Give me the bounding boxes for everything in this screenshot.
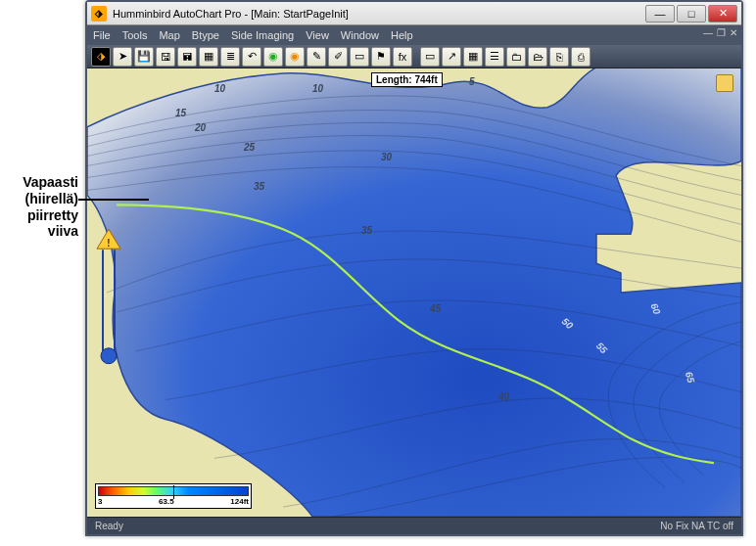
depth-label: 35	[254, 181, 264, 192]
length-readout: Length: 744ft	[371, 72, 443, 87]
toolbar-flag-green-icon[interactable]: ◉	[263, 47, 283, 67]
menu-map[interactable]: Map	[159, 29, 179, 41]
menu-btype[interactable]: Btype	[192, 29, 219, 41]
legend-min: 3	[98, 497, 102, 506]
toolbar-flag-icon[interactable]: ⚑	[371, 47, 391, 67]
status-left: Ready	[95, 521, 123, 531]
titlebar[interactable]: ⬗ Humminbird AutoChart Pro - [Main: Star…	[87, 2, 741, 25]
legend-mid: 63.5	[159, 497, 174, 506]
toolbar-undo-icon[interactable]: ↶	[242, 47, 261, 67]
minimize-button[interactable]: —	[645, 5, 675, 23]
annotation-text-2: (hiirellä)	[25, 191, 78, 206]
toolbar-stack-icon[interactable]: ☰	[485, 47, 504, 67]
depth-label: 10	[312, 83, 323, 94]
toolbar-disk-icon[interactable]: 💾	[134, 47, 154, 67]
toolbar-fx-icon[interactable]: fx	[393, 47, 412, 67]
mdi-minimize-icon[interactable]: —	[703, 27, 713, 38]
legend-mid-marker	[173, 485, 174, 499]
menu-file[interactable]: File	[93, 29, 111, 41]
depth-label: 20	[195, 122, 206, 133]
toolbar-folder2-icon[interactable]: 🗁	[528, 47, 547, 67]
menu-help[interactable]: Help	[391, 29, 413, 41]
toolbar-arrow2-icon[interactable]: ↗	[442, 47, 461, 67]
depth-label: 35	[361, 225, 372, 236]
menu-side-imaging[interactable]: Side Imaging	[231, 29, 294, 41]
toolbar-home-icon[interactable]: ⬗	[91, 47, 111, 67]
legend-max: 124ft	[230, 497, 249, 506]
depth-label: 25	[244, 142, 255, 153]
toolbar-pointer-icon[interactable]: ▭	[350, 47, 369, 67]
toolbar-save-icon[interactable]: 🖫	[156, 47, 175, 67]
depth-label: 40	[498, 391, 509, 402]
maximize-button[interactable]: □	[677, 5, 706, 23]
layer-toggle-icon[interactable]	[716, 74, 733, 92]
mdi-window-buttons: — ❐ ✕	[703, 27, 737, 38]
toolbar: ⬗ ➤ 💾 🖫 🖬 ▦ ≣ ↶ ◉ ◉ ✎ ✐ ▭ ⚑ fx ▭ ↗ ▦ ☰ 🗀…	[87, 45, 741, 68]
toolbar-flag-orange-icon[interactable]: ◉	[285, 47, 305, 67]
window-title: Humminbird AutoChart Pro - [Main: StartP…	[113, 8, 645, 20]
depth-label: 15	[175, 108, 186, 118]
svg-point-4	[101, 348, 117, 364]
window-buttons: — □ ✕	[645, 5, 737, 23]
toolbar-page-icon[interactable]: ▭	[420, 47, 440, 67]
menu-window[interactable]: Window	[341, 29, 379, 41]
map-canvas[interactable]: ! 5 10 10 15 20 25 30 35 35 40 45 50 55 …	[87, 68, 741, 517]
toolbar-copy-icon[interactable]: ⎘	[549, 47, 569, 67]
legend-gradient	[98, 486, 249, 496]
annotation-text-4: viiva	[48, 223, 78, 239]
menubar: File Tools Map Btype Side Imaging View W…	[87, 25, 741, 45]
water-body	[87, 68, 741, 517]
menu-tools[interactable]: Tools	[122, 29, 148, 41]
toolbar-saveas-icon[interactable]: 🖬	[177, 47, 197, 67]
toolbar-table-icon[interactable]: ▦	[199, 47, 218, 67]
toolbar-tool2-icon[interactable]: ✐	[328, 47, 348, 67]
depth-label: 45	[430, 303, 441, 314]
toolbar-tool-icon[interactable]: ✎	[307, 47, 326, 67]
bathymetry-svg: !	[87, 68, 741, 517]
mdi-restore-icon[interactable]: ❐	[717, 27, 726, 38]
annotation-text-3: piirretty	[27, 207, 78, 223]
toolbar-grid-icon[interactable]: ▦	[463, 47, 483, 67]
color-legend: 3 63.5 124ft	[95, 483, 252, 509]
toolbar-list-icon[interactable]: ≣	[220, 47, 240, 67]
toolbar-print-icon[interactable]: ⎙	[571, 47, 591, 67]
depth-label: 10	[214, 83, 225, 94]
toolbar-arrow-icon[interactable]: ➤	[113, 47, 132, 67]
depth-label: 30	[381, 152, 392, 162]
mdi-close-icon[interactable]: ✕	[730, 27, 737, 38]
app-window: ⬗ Humminbird AutoChart Pro - [Main: Star…	[85, 0, 743, 536]
app-icon: ⬗	[91, 6, 107, 22]
depth-label: 5	[469, 76, 475, 87]
close-button[interactable]: ✕	[708, 5, 737, 23]
annotation-text-1: Vapaasti	[23, 174, 78, 190]
callout-annotation: Vapaasti (hiirellä) piirretty viiva	[0, 174, 78, 240]
annotation-leader-line	[78, 199, 149, 201]
toolbar-folder-icon[interactable]: 🗀	[506, 47, 526, 67]
menu-view[interactable]: View	[306, 29, 329, 41]
svg-text:!: !	[107, 237, 111, 249]
status-right: No Fix NA TC off	[660, 521, 733, 531]
statusbar: Ready No Fix NA TC off	[87, 517, 741, 534]
